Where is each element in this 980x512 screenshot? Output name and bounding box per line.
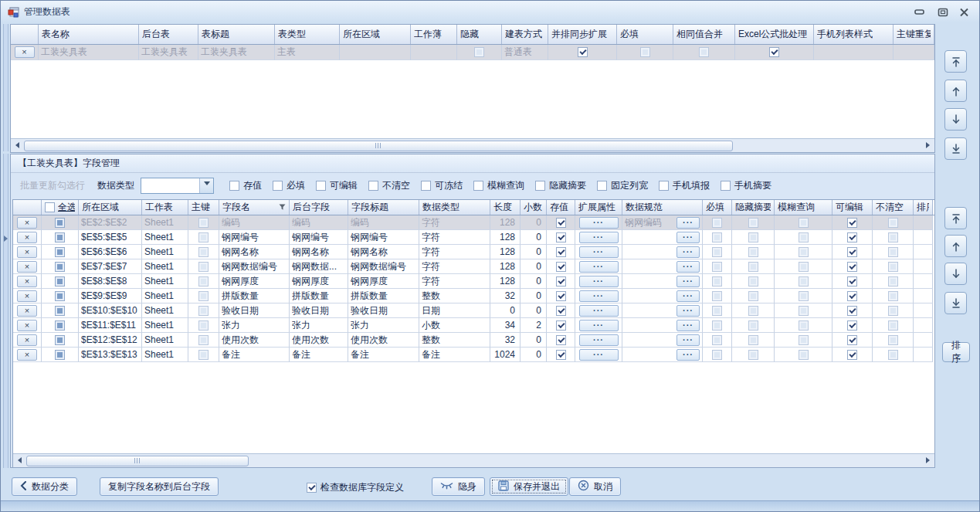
- checkbox[interactable]: [55, 232, 65, 242]
- checkbox[interactable]: [198, 232, 209, 242]
- ellipsis-button[interactable]: ···: [677, 261, 700, 273]
- toolbar-checkbox[interactable]: 存值: [229, 179, 262, 192]
- sort-button[interactable]: 排序: [942, 342, 970, 362]
- checkbox[interactable]: [55, 247, 65, 257]
- maximize-button[interactable]: [938, 8, 948, 17]
- checkbox[interactable]: [556, 350, 566, 360]
- data-category-button[interactable]: 数据分类: [12, 477, 77, 496]
- column-header-create_mode[interactable]: 建表方式: [502, 25, 548, 44]
- checkbox[interactable]: [799, 232, 809, 242]
- checkbox[interactable]: [556, 276, 566, 287]
- column-header-title[interactable]: 字段标题: [348, 200, 419, 215]
- checkbox[interactable]: [712, 262, 722, 272]
- top-grid-hscrollbar[interactable]: [11, 138, 934, 152]
- checkbox[interactable]: [888, 262, 898, 272]
- field-move-top-button[interactable]: [944, 207, 967, 229]
- checkbox[interactable]: [198, 306, 209, 316]
- column-header-type[interactable]: 数据类型: [419, 200, 490, 215]
- toolbar-checkbox[interactable]: 隐藏摘要: [535, 179, 586, 192]
- checkbox[interactable]: [748, 306, 758, 316]
- column-header-del[interactable]: [13, 200, 42, 215]
- save-exit-button[interactable]: 保存并退出: [490, 477, 568, 496]
- ellipsis-button[interactable]: ···: [677, 246, 700, 258]
- checkbox[interactable]: [55, 350, 65, 360]
- column-header-no_clear[interactable]: 不清空: [873, 200, 914, 215]
- column-header-name[interactable]: 字段名: [219, 200, 290, 215]
- table-row[interactable]: ×$E$11:$E$11Sheet1张力张力张力小数342······: [13, 318, 934, 333]
- checkbox[interactable]: [721, 181, 731, 191]
- table-row[interactable]: ×$E$10:$E$10Sheet1验收日期验收日期验收日期日期00······: [13, 303, 934, 318]
- checkbox[interactable]: [712, 218, 722, 228]
- delete-row-button[interactable]: ×: [17, 334, 37, 346]
- left-splitter-bottom[interactable]: [3, 154, 8, 468]
- checkbox[interactable]: [799, 291, 809, 301]
- checkbox[interactable]: [712, 232, 722, 242]
- ellipsis-button[interactable]: ···: [579, 305, 619, 317]
- copy-fields-button[interactable]: 复制字段名称到后台字段: [100, 477, 219, 496]
- checkbox[interactable]: [198, 276, 209, 287]
- checkbox[interactable]: [748, 232, 758, 242]
- checkbox[interactable]: [712, 276, 722, 287]
- column-header-mobile_style[interactable]: 手机列表样式: [814, 25, 894, 44]
- checkbox[interactable]: [748, 276, 758, 287]
- checkbox[interactable]: [847, 276, 857, 287]
- check-db-definition-checkbox[interactable]: 检查数据库字段定义: [307, 481, 404, 494]
- checkbox[interactable]: [307, 483, 317, 493]
- checkbox[interactable]: [316, 181, 326, 191]
- scroll-left-icon[interactable]: [13, 454, 25, 466]
- checkbox[interactable]: [473, 181, 483, 191]
- table-row[interactable]: ×$E$8:$E$8Sheet1钢网厚度钢网厚度钢网厚度字符1280······: [13, 274, 934, 289]
- checkbox[interactable]: [748, 350, 758, 360]
- checkbox[interactable]: [556, 335, 566, 345]
- ellipsis-button[interactable]: ···: [677, 349, 700, 361]
- ellipsis-button[interactable]: ···: [579, 349, 619, 361]
- checkbox[interactable]: [847, 291, 857, 301]
- column-header-pk[interactable]: 主键: [188, 200, 219, 215]
- checkbox[interactable]: [556, 218, 566, 228]
- ellipsis-button[interactable]: ···: [579, 261, 619, 273]
- field-move-up-button[interactable]: [944, 235, 967, 257]
- column-header-type[interactable]: 表类型: [275, 25, 340, 44]
- checkbox[interactable]: [45, 202, 55, 212]
- column-header-area[interactable]: 所在区域: [340, 25, 411, 44]
- checkbox[interactable]: [640, 47, 650, 57]
- column-header-required[interactable]: 必填: [617, 25, 673, 44]
- checkbox[interactable]: [712, 350, 722, 360]
- checkbox[interactable]: [888, 350, 898, 360]
- checkbox[interactable]: [847, 350, 857, 360]
- checkbox[interactable]: [55, 306, 65, 316]
- checkbox[interactable]: [712, 306, 722, 316]
- move-top-button[interactable]: [944, 50, 967, 73]
- column-header-name[interactable]: 表名称: [39, 25, 139, 44]
- column-header-book[interactable]: 工作薄: [411, 25, 457, 44]
- checkbox[interactable]: [748, 218, 758, 228]
- ellipsis-button[interactable]: ···: [579, 217, 619, 229]
- table-row[interactable]: ×$E$2:$E$2Sheet1编码编码编码字符1280···钢网编码···: [13, 215, 934, 230]
- left-splitter-top[interactable]: [3, 24, 8, 151]
- checkbox[interactable]: [888, 232, 898, 242]
- checkbox[interactable]: [55, 335, 65, 345]
- column-header-merge_same[interactable]: 相同值合并: [673, 25, 735, 44]
- field-move-bottom-button[interactable]: [944, 292, 967, 314]
- ellipsis-button[interactable]: ···: [579, 232, 619, 243]
- scroll-right-icon[interactable]: [922, 454, 934, 466]
- toolbar-checkbox[interactable]: 可编辑: [316, 179, 358, 192]
- delete-row-button[interactable]: ×: [17, 305, 37, 317]
- checkbox[interactable]: [712, 247, 722, 257]
- column-header-required[interactable]: 必填: [703, 200, 732, 215]
- delete-row-button[interactable]: ×: [17, 261, 37, 273]
- checkbox[interactable]: [198, 291, 209, 301]
- checkbox[interactable]: [748, 262, 758, 272]
- checkbox[interactable]: [712, 291, 722, 301]
- column-header-fuzzy[interactable]: 模糊查询: [775, 200, 832, 215]
- chevron-down-icon[interactable]: [199, 178, 213, 193]
- checkbox[interactable]: [556, 262, 566, 272]
- checkbox[interactable]: [55, 291, 65, 301]
- checkbox[interactable]: [748, 291, 758, 301]
- checkbox[interactable]: [198, 320, 209, 331]
- toolbar-checkbox[interactable]: 手机摘要: [721, 179, 771, 192]
- checkbox[interactable]: [769, 47, 779, 57]
- checkbox[interactable]: [847, 335, 857, 345]
- column-header-del[interactable]: [11, 25, 39, 44]
- toolbar-checkbox[interactable]: 不清空: [368, 179, 410, 192]
